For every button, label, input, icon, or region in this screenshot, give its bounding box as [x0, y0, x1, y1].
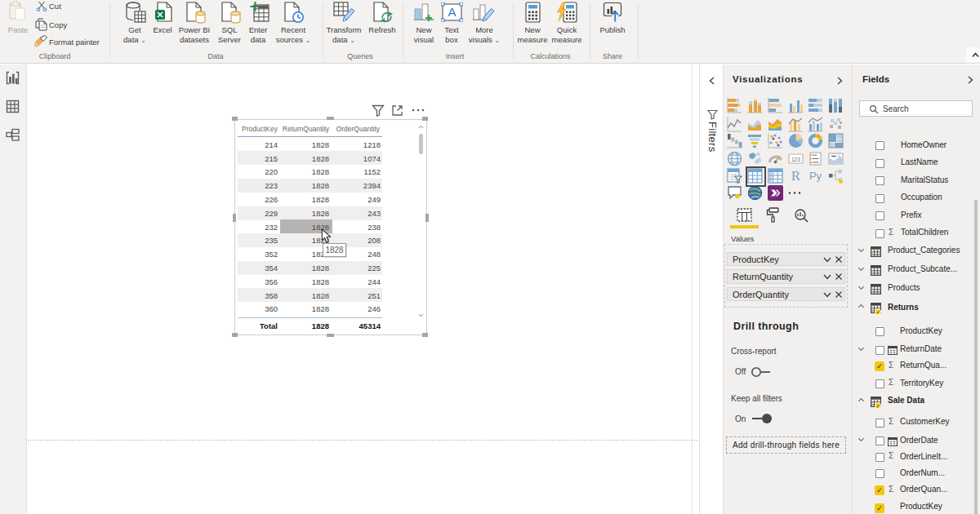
svg-text:Py: Py [809, 170, 822, 182]
svg-text:R: R [791, 168, 800, 184]
svg-text:A: A [448, 5, 456, 19]
svg-text:123: 123 [791, 156, 800, 162]
